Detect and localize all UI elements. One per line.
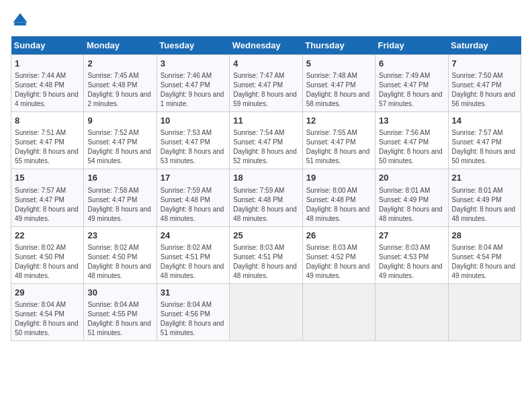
svg-marker-0 (13, 13, 28, 23)
sunrise-info: Sunrise: 8:04 AM (161, 301, 212, 308)
sunrise-info: Sunrise: 7:55 AM (306, 129, 357, 136)
daylight-info: Daylight: 8 hours and 55 minutes. (15, 148, 79, 165)
sunrise-info: Sunrise: 7:45 AM (87, 72, 138, 79)
sunrise-info: Sunrise: 7:51 AM (15, 129, 66, 136)
sunset-info: Sunset: 4:48 PM (306, 196, 356, 203)
sunset-info: Sunset: 4:47 PM (161, 81, 210, 89)
sunset-info: Sunset: 4:48 PM (15, 81, 64, 89)
sunset-info: Sunset: 4:56 PM (161, 310, 210, 318)
daylight-info: Daylight: 8 hours and 59 minutes. (233, 91, 297, 107)
daylight-info: Daylight: 8 hours and 48 minutes. (379, 205, 443, 222)
sunset-info: Sunset: 4:47 PM (233, 138, 283, 146)
sunset-info: Sunset: 4:48 PM (87, 81, 137, 89)
sunrise-info: Sunrise: 8:03 AM (379, 244, 430, 251)
daylight-info: Daylight: 8 hours and 58 minutes. (306, 91, 370, 107)
sunrise-info: Sunrise: 7:52 AM (87, 129, 138, 136)
sunrise-info: Sunrise: 8:01 AM (379, 187, 430, 194)
daylight-info: Daylight: 8 hours and 49 minutes. (87, 205, 151, 222)
calendar-day-cell: 13 Sunrise: 7:56 AM Sunset: 4:47 PM Dayl… (375, 112, 448, 169)
calendar-week-row: 15 Sunrise: 7:57 AM Sunset: 4:47 PM Dayl… (11, 169, 521, 226)
day-number: 14 (452, 115, 517, 127)
day-number: 21 (452, 172, 517, 184)
sunrise-info: Sunrise: 8:03 AM (306, 244, 357, 251)
page-header (11, 11, 521, 30)
calendar-header-row: SundayMondayTuesdayWednesdayThursdayFrid… (11, 36, 521, 55)
day-number: 19 (306, 172, 371, 184)
daylight-info: Daylight: 8 hours and 48 minutes. (306, 205, 370, 222)
daylight-info: Daylight: 8 hours and 50 minutes. (15, 320, 79, 336)
sunset-info: Sunset: 4:50 PM (15, 253, 64, 261)
day-number: 23 (87, 230, 152, 242)
calendar-day-cell: 31 Sunrise: 8:04 AM Sunset: 4:56 PM Dayl… (157, 283, 229, 340)
weekday-header: Wednesday (230, 36, 302, 55)
sunrise-info: Sunrise: 8:02 AM (15, 244, 66, 251)
sunrise-info: Sunrise: 7:59 AM (233, 187, 284, 194)
day-number: 28 (452, 230, 517, 242)
sunset-info: Sunset: 4:47 PM (306, 81, 356, 89)
calendar-day-cell: 21 Sunrise: 8:01 AM Sunset: 4:49 PM Dayl… (448, 169, 521, 226)
sunset-info: Sunset: 4:54 PM (15, 310, 64, 318)
calendar-day-cell: 26 Sunrise: 8:03 AM Sunset: 4:52 PM Dayl… (302, 226, 375, 283)
sunset-info: Sunset: 4:55 PM (87, 310, 137, 318)
sunrise-info: Sunrise: 7:47 AM (233, 72, 284, 79)
calendar-day-cell: 19 Sunrise: 8:00 AM Sunset: 4:48 PM Dayl… (302, 169, 375, 226)
sunset-info: Sunset: 4:48 PM (233, 196, 283, 203)
daylight-info: Daylight: 9 hours and 1 minute. (161, 91, 224, 107)
daylight-info: Daylight: 8 hours and 49 minutes. (379, 263, 443, 279)
daylight-info: Daylight: 8 hours and 51 minutes. (87, 320, 151, 336)
sunset-info: Sunset: 4:47 PM (15, 196, 64, 203)
weekday-header: Thursday (302, 36, 375, 55)
calendar-day-cell: 24 Sunrise: 8:02 AM Sunset: 4:51 PM Dayl… (157, 226, 229, 283)
sunset-info: Sunset: 4:50 PM (87, 253, 137, 261)
daylight-info: Daylight: 8 hours and 48 minutes. (161, 263, 224, 279)
sunset-info: Sunset: 4:51 PM (233, 253, 283, 261)
sunrise-info: Sunrise: 8:04 AM (15, 301, 66, 308)
calendar-day-cell: 14 Sunrise: 7:57 AM Sunset: 4:47 PM Dayl… (448, 112, 521, 169)
sunrise-info: Sunrise: 7:53 AM (161, 129, 212, 136)
sunrise-info: Sunrise: 7:49 AM (379, 72, 430, 79)
sunrise-info: Sunrise: 7:44 AM (15, 72, 66, 79)
calendar-day-cell: 11 Sunrise: 7:54 AM Sunset: 4:47 PM Dayl… (230, 112, 302, 169)
day-number: 26 (306, 230, 371, 242)
day-number: 31 (161, 287, 226, 299)
daylight-info: Daylight: 8 hours and 51 minutes. (306, 148, 370, 165)
calendar-day-cell: 15 Sunrise: 7:57 AM Sunset: 4:47 PM Dayl… (11, 169, 84, 226)
daylight-info: Daylight: 8 hours and 49 minutes. (15, 205, 79, 222)
daylight-info: Daylight: 8 hours and 48 minutes. (87, 263, 151, 279)
sunset-info: Sunset: 4:51 PM (161, 253, 210, 261)
calendar-day-cell (230, 283, 302, 340)
calendar-day-cell: 7 Sunrise: 7:50 AM Sunset: 4:47 PM Dayli… (448, 55, 521, 112)
sunset-info: Sunset: 4:47 PM (379, 138, 429, 146)
sunrise-info: Sunrise: 7:50 AM (452, 72, 503, 79)
daylight-info: Daylight: 8 hours and 48 minutes. (233, 263, 297, 279)
day-number: 18 (233, 172, 298, 184)
calendar-day-cell: 12 Sunrise: 7:55 AM Sunset: 4:47 PM Dayl… (302, 112, 375, 169)
calendar-day-cell (302, 283, 375, 340)
calendar-day-cell: 4 Sunrise: 7:47 AM Sunset: 4:47 PM Dayli… (230, 55, 302, 112)
daylight-info: Daylight: 9 hours and 2 minutes. (87, 91, 151, 107)
day-number: 27 (379, 230, 444, 242)
sunrise-info: Sunrise: 7:48 AM (306, 72, 357, 79)
daylight-info: Daylight: 8 hours and 51 minutes. (161, 320, 224, 336)
sunrise-info: Sunrise: 7:57 AM (452, 129, 503, 136)
day-number: 15 (15, 172, 80, 184)
sunrise-info: Sunrise: 8:03 AM (233, 244, 284, 251)
sunrise-info: Sunrise: 8:04 AM (87, 301, 138, 308)
day-number: 24 (161, 230, 226, 242)
calendar-day-cell: 17 Sunrise: 7:59 AM Sunset: 4:48 PM Dayl… (157, 169, 229, 226)
calendar-day-cell: 2 Sunrise: 7:45 AM Sunset: 4:48 PM Dayli… (84, 55, 157, 112)
sunset-info: Sunset: 4:54 PM (452, 253, 502, 261)
calendar-day-cell: 30 Sunrise: 8:04 AM Sunset: 4:55 PM Dayl… (84, 283, 157, 340)
day-number: 10 (161, 115, 226, 127)
sunset-info: Sunset: 4:47 PM (379, 81, 429, 89)
sunset-info: Sunset: 4:53 PM (379, 253, 429, 261)
daylight-info: Daylight: 8 hours and 57 minutes. (379, 91, 443, 107)
sunset-info: Sunset: 4:48 PM (161, 196, 210, 203)
calendar-week-row: 22 Sunrise: 8:02 AM Sunset: 4:50 PM Dayl… (11, 226, 521, 283)
calendar-table: SundayMondayTuesdayWednesdayThursdayFrid… (11, 36, 521, 341)
day-number: 25 (233, 230, 298, 242)
calendar-day-cell: 3 Sunrise: 7:46 AM Sunset: 4:47 PM Dayli… (157, 55, 229, 112)
sunset-info: Sunset: 4:47 PM (87, 138, 137, 146)
sunrise-info: Sunrise: 7:57 AM (15, 187, 66, 194)
weekday-header: Sunday (11, 36, 84, 55)
